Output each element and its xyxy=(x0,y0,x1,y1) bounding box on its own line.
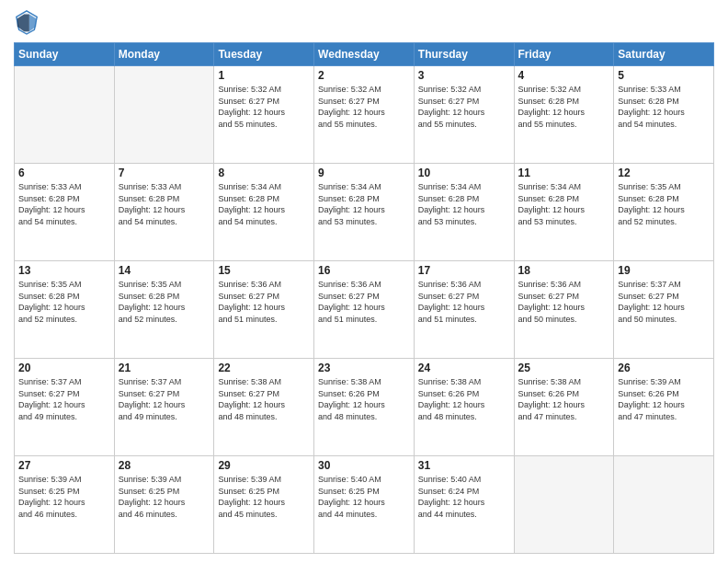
logo xyxy=(14,9,43,35)
day-number: 2 xyxy=(318,69,410,82)
day-info: Sunrise: 5:39 AM Sunset: 6:25 PM Dayligh… xyxy=(119,474,210,520)
day-header-wednesday: Wednesday xyxy=(314,43,415,66)
calendar-cell: 10Sunrise: 5:34 AM Sunset: 6:28 PM Dayli… xyxy=(414,164,514,261)
day-number: 23 xyxy=(318,362,410,374)
day-number: 17 xyxy=(418,264,510,277)
day-number: 9 xyxy=(318,167,410,179)
week-row-3: 13Sunrise: 5:35 AM Sunset: 6:28 PM Dayli… xyxy=(15,261,714,359)
day-number: 14 xyxy=(119,264,210,277)
calendar-table: SundayMondayTuesdayWednesdayThursdayFrid… xyxy=(14,42,714,554)
calendar-cell: 9Sunrise: 5:34 AM Sunset: 6:28 PM Daylig… xyxy=(314,164,415,261)
calendar-cell: 13Sunrise: 5:35 AM Sunset: 6:28 PM Dayli… xyxy=(15,261,115,359)
calendar-cell: 6Sunrise: 5:33 AM Sunset: 6:28 PM Daylig… xyxy=(15,164,115,261)
day-info: Sunrise: 5:36 AM Sunset: 6:27 PM Dayligh… xyxy=(218,279,310,325)
day-number: 16 xyxy=(318,264,410,277)
calendar-cell: 4Sunrise: 5:32 AM Sunset: 6:28 PM Daylig… xyxy=(514,66,614,164)
calendar-cell: 2Sunrise: 5:32 AM Sunset: 6:27 PM Daylig… xyxy=(314,66,415,164)
calendar-cell: 26Sunrise: 5:39 AM Sunset: 6:26 PM Dayli… xyxy=(614,359,714,456)
calendar-cell: 8Sunrise: 5:34 AM Sunset: 6:28 PM Daylig… xyxy=(214,164,314,261)
day-info: Sunrise: 5:40 AM Sunset: 6:25 PM Dayligh… xyxy=(318,474,410,520)
day-info: Sunrise: 5:38 AM Sunset: 6:26 PM Dayligh… xyxy=(318,376,410,422)
day-header-friday: Friday xyxy=(514,43,614,66)
day-number: 18 xyxy=(518,264,610,277)
day-info: Sunrise: 5:37 AM Sunset: 6:27 PM Dayligh… xyxy=(119,376,210,422)
day-number: 1 xyxy=(218,69,310,82)
week-row-2: 6Sunrise: 5:33 AM Sunset: 6:28 PM Daylig… xyxy=(15,164,714,261)
day-info: Sunrise: 5:32 AM Sunset: 6:27 PM Dayligh… xyxy=(218,84,310,130)
day-info: Sunrise: 5:39 AM Sunset: 6:25 PM Dayligh… xyxy=(18,474,110,520)
week-row-1: 1Sunrise: 5:32 AM Sunset: 6:27 PM Daylig… xyxy=(15,66,714,164)
calendar-cell: 1Sunrise: 5:32 AM Sunset: 6:27 PM Daylig… xyxy=(214,66,314,164)
day-number: 6 xyxy=(18,167,110,179)
day-number: 15 xyxy=(218,264,310,277)
day-number: 10 xyxy=(418,167,510,179)
day-number: 4 xyxy=(518,69,610,82)
calendar-cell: 27Sunrise: 5:39 AM Sunset: 6:25 PM Dayli… xyxy=(15,456,115,554)
day-info: Sunrise: 5:34 AM Sunset: 6:28 PM Dayligh… xyxy=(418,181,510,227)
day-info: Sunrise: 5:37 AM Sunset: 6:27 PM Dayligh… xyxy=(618,279,710,325)
day-header-tuesday: Tuesday xyxy=(214,43,314,66)
calendar-cell: 11Sunrise: 5:34 AM Sunset: 6:28 PM Dayli… xyxy=(514,164,614,261)
calendar-cell xyxy=(514,456,614,554)
day-number: 3 xyxy=(418,69,510,82)
day-header-thursday: Thursday xyxy=(414,43,514,66)
calendar-cell xyxy=(614,456,714,554)
day-number: 25 xyxy=(518,362,610,374)
calendar-cell: 21Sunrise: 5:37 AM Sunset: 6:27 PM Dayli… xyxy=(114,359,214,456)
day-number: 26 xyxy=(618,362,710,374)
day-number: 21 xyxy=(119,362,210,374)
calendar-cell xyxy=(15,66,115,164)
calendar-cell: 22Sunrise: 5:38 AM Sunset: 6:27 PM Dayli… xyxy=(214,359,314,456)
day-number: 5 xyxy=(618,69,710,82)
day-number: 28 xyxy=(119,459,210,472)
page: SundayMondayTuesdayWednesdayThursdayFrid… xyxy=(0,0,728,563)
calendar-cell: 16Sunrise: 5:36 AM Sunset: 6:27 PM Dayli… xyxy=(314,261,415,359)
calendar-cell: 25Sunrise: 5:38 AM Sunset: 6:26 PM Dayli… xyxy=(514,359,614,456)
day-info: Sunrise: 5:36 AM Sunset: 6:27 PM Dayligh… xyxy=(518,279,610,325)
day-number: 13 xyxy=(18,264,110,277)
day-number: 24 xyxy=(418,362,510,374)
day-number: 20 xyxy=(18,362,110,374)
day-info: Sunrise: 5:34 AM Sunset: 6:28 PM Dayligh… xyxy=(518,181,610,227)
calendar-cell: 3Sunrise: 5:32 AM Sunset: 6:27 PM Daylig… xyxy=(414,66,514,164)
day-header-monday: Monday xyxy=(114,43,214,66)
day-info: Sunrise: 5:32 AM Sunset: 6:28 PM Dayligh… xyxy=(518,84,610,130)
day-info: Sunrise: 5:33 AM Sunset: 6:28 PM Dayligh… xyxy=(119,181,210,227)
day-info: Sunrise: 5:35 AM Sunset: 6:28 PM Dayligh… xyxy=(119,279,210,325)
day-info: Sunrise: 5:33 AM Sunset: 6:28 PM Dayligh… xyxy=(618,84,710,130)
calendar-cell: 17Sunrise: 5:36 AM Sunset: 6:27 PM Dayli… xyxy=(414,261,514,359)
day-info: Sunrise: 5:32 AM Sunset: 6:27 PM Dayligh… xyxy=(418,84,510,130)
calendar-header-row: SundayMondayTuesdayWednesdayThursdayFrid… xyxy=(15,43,714,66)
logo-icon xyxy=(14,9,40,35)
day-info: Sunrise: 5:37 AM Sunset: 6:27 PM Dayligh… xyxy=(18,376,110,422)
day-number: 31 xyxy=(418,459,510,472)
header xyxy=(14,9,714,35)
day-number: 8 xyxy=(218,167,310,179)
calendar-cell xyxy=(114,66,214,164)
calendar-cell: 30Sunrise: 5:40 AM Sunset: 6:25 PM Dayli… xyxy=(314,456,415,554)
calendar-cell: 19Sunrise: 5:37 AM Sunset: 6:27 PM Dayli… xyxy=(614,261,714,359)
day-info: Sunrise: 5:35 AM Sunset: 6:28 PM Dayligh… xyxy=(618,181,710,227)
day-info: Sunrise: 5:38 AM Sunset: 6:27 PM Dayligh… xyxy=(218,376,310,422)
day-header-saturday: Saturday xyxy=(614,43,714,66)
calendar-cell: 5Sunrise: 5:33 AM Sunset: 6:28 PM Daylig… xyxy=(614,66,714,164)
day-number: 30 xyxy=(318,459,410,472)
day-info: Sunrise: 5:38 AM Sunset: 6:26 PM Dayligh… xyxy=(418,376,510,422)
calendar-cell: 29Sunrise: 5:39 AM Sunset: 6:25 PM Dayli… xyxy=(214,456,314,554)
calendar-cell: 15Sunrise: 5:36 AM Sunset: 6:27 PM Dayli… xyxy=(214,261,314,359)
day-number: 12 xyxy=(618,167,710,179)
day-info: Sunrise: 5:38 AM Sunset: 6:26 PM Dayligh… xyxy=(518,376,610,422)
calendar-cell: 20Sunrise: 5:37 AM Sunset: 6:27 PM Dayli… xyxy=(15,359,115,456)
day-info: Sunrise: 5:36 AM Sunset: 6:27 PM Dayligh… xyxy=(418,279,510,325)
calendar-cell: 12Sunrise: 5:35 AM Sunset: 6:28 PM Dayli… xyxy=(614,164,714,261)
day-info: Sunrise: 5:40 AM Sunset: 6:24 PM Dayligh… xyxy=(418,474,510,520)
calendar-cell: 14Sunrise: 5:35 AM Sunset: 6:28 PM Dayli… xyxy=(114,261,214,359)
day-info: Sunrise: 5:35 AM Sunset: 6:28 PM Dayligh… xyxy=(18,279,110,325)
day-number: 29 xyxy=(218,459,310,472)
day-info: Sunrise: 5:36 AM Sunset: 6:27 PM Dayligh… xyxy=(318,279,410,325)
week-row-4: 20Sunrise: 5:37 AM Sunset: 6:27 PM Dayli… xyxy=(15,359,714,456)
day-info: Sunrise: 5:32 AM Sunset: 6:27 PM Dayligh… xyxy=(318,84,410,130)
day-number: 7 xyxy=(119,167,210,179)
day-number: 27 xyxy=(18,459,110,472)
calendar-cell: 23Sunrise: 5:38 AM Sunset: 6:26 PM Dayli… xyxy=(314,359,415,456)
